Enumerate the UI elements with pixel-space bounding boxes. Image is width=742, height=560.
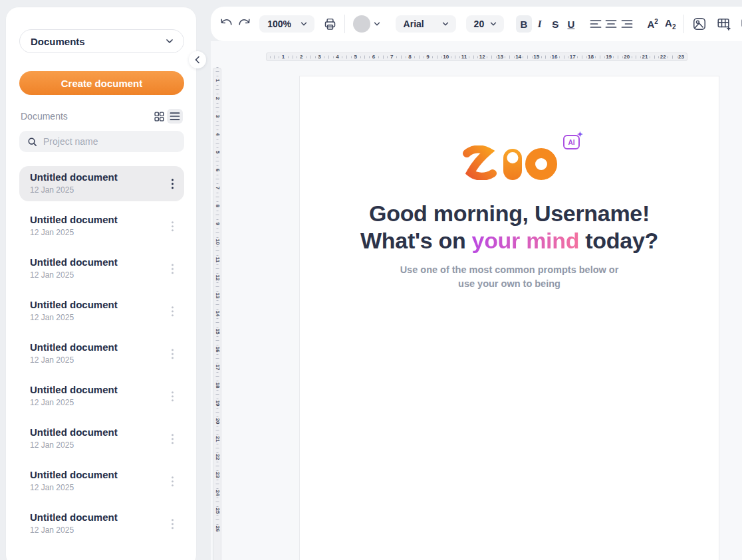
workspace-select[interactable]: Documents [19, 29, 184, 53]
document-title: Untitled document [30, 171, 162, 183]
zio-logo: AI ✦ [461, 143, 557, 180]
align-center-button[interactable] [604, 15, 618, 33]
chevron-down-icon [300, 20, 308, 28]
sidebar-collapse-button[interactable] [189, 51, 206, 68]
chevron-down-icon [489, 20, 497, 28]
kebab-menu-icon[interactable] [169, 431, 177, 447]
font-family-select[interactable]: Arial [396, 15, 456, 33]
document-date: 12 Jan 2025 [30, 228, 162, 237]
document-list-item[interactable]: Untitled document 12 Jan 2025 [19, 464, 184, 499]
document-list-item[interactable]: Untitled document 12 Jan 2025 [19, 506, 184, 541]
kebab-menu-icon[interactable] [169, 261, 177, 277]
subscript-button[interactable]: A2 [662, 17, 678, 31]
insert-table-button[interactable] [715, 15, 733, 33]
document-list-item[interactable]: Untitled document 12 Jan 2025 [19, 379, 184, 414]
document-search [19, 131, 184, 152]
documents-section-header: Documents [21, 108, 183, 124]
kebab-menu-icon[interactable] [169, 304, 177, 320]
document-list-item[interactable]: Untitled document 12 Jan 2025 [19, 166, 184, 201]
underline-button[interactable]: U [563, 15, 579, 33]
insert-image-button[interactable] [691, 15, 708, 33]
document-page[interactable]: AI ✦ Good morning, Username! What's on y… [299, 76, 719, 560]
ai-badge: AI ✦ [563, 135, 580, 149]
create-document-button[interactable]: Create document [19, 71, 184, 95]
kebab-menu-icon[interactable] [169, 346, 177, 362]
toolbar-divider [344, 15, 345, 33]
print-button[interactable] [321, 15, 338, 33]
print-icon [323, 17, 337, 31]
chevron-down-icon [165, 37, 174, 46]
comment-button[interactable] [739, 15, 742, 33]
document-list-item[interactable]: Untitled document 12 Jan 2025 [19, 336, 184, 371]
bold-button[interactable]: B [516, 15, 532, 33]
image-icon [692, 17, 707, 31]
text-color-swatch[interactable] [353, 15, 370, 33]
document-date: 12 Jan 2025 [30, 440, 162, 450]
list-view-button[interactable] [167, 109, 183, 124]
kebab-menu-icon[interactable] [169, 474, 177, 490]
logo-letter-i [503, 149, 522, 180]
greeting-highlight: your mind [472, 228, 580, 253]
search-input[interactable] [43, 136, 176, 147]
documents-section-label: Documents [21, 111, 151, 122]
search-icon [27, 137, 37, 147]
redo-icon [237, 17, 252, 31]
undo-icon [219, 17, 233, 31]
greeting-line2: What's on your mind today? [300, 227, 719, 254]
redo-button[interactable] [237, 15, 254, 33]
document-list: Untitled document 12 Jan 2025 Untitled d… [19, 166, 184, 549]
grid-view-icon [154, 111, 165, 122]
zoom-select[interactable]: 100% [259, 15, 314, 33]
document-title: Untitled document [30, 256, 162, 268]
document-title: Untitled document [30, 469, 162, 480]
align-left-icon [590, 19, 602, 29]
document-title: Untitled document [30, 299, 162, 310]
chevron-down-icon [441, 20, 449, 28]
toolbar-divider [683, 15, 684, 33]
greeting-subtitle: Use one of the most common prompts below… [300, 263, 719, 291]
italic-button[interactable]: I [532, 15, 548, 33]
font-size-select[interactable]: 20 [466, 15, 504, 33]
document-list-item[interactable]: Untitled document 12 Jan 2025 [19, 209, 184, 244]
document-date: 12 Jan 2025 [30, 270, 162, 280]
document-date: 12 Jan 2025 [30, 525, 162, 535]
document-list-item[interactable]: Untitled document 12 Jan 2025 [19, 294, 184, 329]
editor-canvas: 1234567891011121314151617181920212223 12… [211, 41, 742, 560]
document-date: 12 Jan 2025 [30, 185, 162, 195]
logo-letter-z [461, 145, 500, 180]
align-right-icon [621, 19, 633, 29]
align-center-icon [605, 19, 617, 29]
document-title: Untitled document [30, 384, 162, 395]
document-list-item[interactable]: Untitled document 12 Jan 2025 [19, 251, 184, 286]
greeting-heading: Good morning, Username! What's on your m… [300, 200, 719, 254]
align-left-button[interactable] [588, 15, 603, 33]
workspace-select-value: Documents [31, 36, 85, 47]
undo-button[interactable] [217, 15, 235, 33]
chevron-left-icon [193, 56, 201, 64]
document-title: Untitled document [30, 426, 162, 438]
grid-view-button[interactable] [151, 109, 167, 124]
align-right-button[interactable] [620, 15, 634, 33]
document-title: Untitled document [30, 512, 162, 523]
kebab-menu-icon[interactable] [169, 516, 177, 532]
document-date: 12 Jan 2025 [30, 313, 162, 322]
kebab-menu-icon[interactable] [169, 219, 177, 234]
vertical-ruler: 1234567891011121314151617181920212223242… [213, 68, 221, 560]
chevron-down-icon [373, 20, 381, 28]
document-date: 12 Jan 2025 [30, 355, 162, 365]
editor-toolbar: 100% Arial 20 B I S U A2 [211, 7, 742, 41]
greeting-line1: Good morning, Username! [300, 200, 719, 227]
document-date: 12 Jan 2025 [30, 398, 162, 407]
kebab-menu-icon[interactable] [169, 176, 177, 192]
document-title: Untitled document [30, 214, 162, 225]
document-title: Untitled document [30, 341, 162, 353]
strikethrough-button[interactable]: S [547, 15, 563, 33]
text-color-chevron[interactable] [373, 20, 381, 28]
superscript-button[interactable]: A2 [645, 18, 661, 30]
document-list-item[interactable]: Untitled document 12 Jan 2025 [19, 421, 184, 456]
horizontal-ruler: 1234567891011121314151617181920212223 [266, 52, 687, 61]
sparkle-icon: ✦ [577, 130, 583, 139]
font-family-value: Arial [404, 19, 424, 29]
kebab-menu-icon[interactable] [169, 389, 177, 405]
zoom-value: 100% [267, 19, 291, 29]
